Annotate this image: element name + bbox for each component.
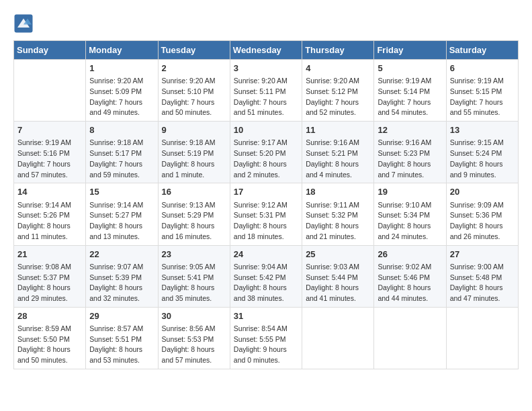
day-number: 24 bbox=[234, 248, 298, 261]
calendar-cell: 6Sunrise: 9:19 AM Sunset: 5:15 PM Daylig… bbox=[446, 60, 518, 122]
day-info: Sunrise: 9:19 AM Sunset: 5:16 PM Dayligh… bbox=[17, 138, 82, 180]
calendar-cell: 1Sunrise: 9:20 AM Sunset: 5:09 PM Daylig… bbox=[86, 60, 158, 122]
calendar-cell: 28Sunrise: 8:59 AM Sunset: 5:50 PM Dayli… bbox=[14, 307, 86, 369]
weekday-row: SundayMondayTuesdayWednesdayThursdayFrid… bbox=[14, 41, 519, 60]
calendar-cell: 24Sunrise: 9:04 AM Sunset: 5:42 PM Dayli… bbox=[230, 245, 302, 307]
day-number: 9 bbox=[162, 124, 226, 136]
calendar-week-row: 21Sunrise: 9:08 AM Sunset: 5:37 PM Dayli… bbox=[14, 245, 519, 307]
page-header bbox=[13, 13, 519, 34]
calendar-cell: 20Sunrise: 9:09 AM Sunset: 5:36 PM Dayli… bbox=[446, 183, 518, 245]
calendar-cell: 21Sunrise: 9:08 AM Sunset: 5:37 PM Dayli… bbox=[14, 245, 86, 307]
weekday-header: Thursday bbox=[302, 41, 374, 60]
calendar-cell bbox=[374, 307, 446, 369]
calendar-week-row: 14Sunrise: 9:14 AM Sunset: 5:26 PM Dayli… bbox=[14, 183, 519, 245]
weekday-header: Wednesday bbox=[230, 41, 302, 60]
day-number: 3 bbox=[234, 62, 298, 75]
day-number: 7 bbox=[17, 124, 82, 136]
day-info: Sunrise: 9:19 AM Sunset: 5:14 PM Dayligh… bbox=[378, 76, 442, 118]
calendar-cell: 13Sunrise: 9:15 AM Sunset: 5:24 PM Dayli… bbox=[446, 122, 518, 183]
day-info: Sunrise: 9:11 AM Sunset: 5:32 PM Dayligh… bbox=[306, 200, 370, 242]
calendar-cell: 30Sunrise: 8:56 AM Sunset: 5:53 PM Dayli… bbox=[158, 307, 230, 369]
day-number: 15 bbox=[89, 186, 154, 198]
calendar-cell: 25Sunrise: 9:03 AM Sunset: 5:44 PM Dayli… bbox=[302, 245, 374, 307]
day-number: 5 bbox=[378, 62, 442, 75]
calendar-week-row: 28Sunrise: 8:59 AM Sunset: 5:50 PM Dayli… bbox=[14, 307, 519, 369]
day-info: Sunrise: 8:57 AM Sunset: 5:51 PM Dayligh… bbox=[89, 324, 154, 366]
day-number: 27 bbox=[450, 248, 515, 261]
day-number: 11 bbox=[306, 124, 370, 136]
calendar-cell: 14Sunrise: 9:14 AM Sunset: 5:26 PM Dayli… bbox=[14, 183, 86, 245]
day-number: 20 bbox=[450, 186, 515, 198]
calendar-cell: 5Sunrise: 9:19 AM Sunset: 5:14 PM Daylig… bbox=[374, 60, 446, 122]
calendar-cell: 26Sunrise: 9:02 AM Sunset: 5:46 PM Dayli… bbox=[374, 245, 446, 307]
calendar-cell: 15Sunrise: 9:14 AM Sunset: 5:27 PM Dayli… bbox=[86, 183, 158, 245]
day-number: 6 bbox=[450, 62, 515, 75]
calendar-cell bbox=[14, 60, 86, 122]
day-info: Sunrise: 9:18 AM Sunset: 5:17 PM Dayligh… bbox=[89, 138, 154, 180]
day-info: Sunrise: 9:15 AM Sunset: 5:24 PM Dayligh… bbox=[450, 138, 515, 180]
day-number: 30 bbox=[162, 310, 226, 322]
day-info: Sunrise: 8:56 AM Sunset: 5:53 PM Dayligh… bbox=[162, 324, 226, 366]
calendar-cell: 2Sunrise: 9:20 AM Sunset: 5:10 PM Daylig… bbox=[158, 60, 230, 122]
weekday-header: Monday bbox=[86, 41, 158, 60]
day-number: 14 bbox=[17, 186, 82, 198]
day-number: 25 bbox=[306, 248, 370, 261]
day-info: Sunrise: 9:07 AM Sunset: 5:39 PM Dayligh… bbox=[89, 262, 154, 304]
day-number: 22 bbox=[89, 248, 154, 261]
weekday-header: Sunday bbox=[14, 41, 86, 60]
day-info: Sunrise: 9:14 AM Sunset: 5:27 PM Dayligh… bbox=[89, 200, 154, 242]
calendar-cell: 27Sunrise: 9:00 AM Sunset: 5:48 PM Dayli… bbox=[446, 245, 518, 307]
calendar-header: SundayMondayTuesdayWednesdayThursdayFrid… bbox=[14, 41, 519, 60]
day-info: Sunrise: 9:16 AM Sunset: 5:21 PM Dayligh… bbox=[306, 138, 370, 180]
day-info: Sunrise: 9:20 AM Sunset: 5:11 PM Dayligh… bbox=[234, 76, 298, 118]
day-info: Sunrise: 9:00 AM Sunset: 5:48 PM Dayligh… bbox=[450, 262, 515, 304]
day-info: Sunrise: 9:17 AM Sunset: 5:20 PM Dayligh… bbox=[234, 138, 298, 180]
day-info: Sunrise: 9:10 AM Sunset: 5:34 PM Dayligh… bbox=[378, 200, 442, 242]
calendar-cell: 17Sunrise: 9:12 AM Sunset: 5:31 PM Dayli… bbox=[230, 183, 302, 245]
calendar-cell: 31Sunrise: 8:54 AM Sunset: 5:55 PM Dayli… bbox=[230, 307, 302, 369]
calendar: SundayMondayTuesdayWednesdayThursdayFrid… bbox=[13, 40, 519, 369]
weekday-header: Saturday bbox=[446, 41, 518, 60]
day-info: Sunrise: 9:18 AM Sunset: 5:19 PM Dayligh… bbox=[162, 138, 226, 180]
day-info: Sunrise: 9:02 AM Sunset: 5:46 PM Dayligh… bbox=[378, 262, 442, 304]
calendar-cell: 22Sunrise: 9:07 AM Sunset: 5:39 PM Dayli… bbox=[86, 245, 158, 307]
calendar-cell: 4Sunrise: 9:20 AM Sunset: 5:12 PM Daylig… bbox=[302, 60, 374, 122]
day-number: 12 bbox=[378, 124, 442, 136]
calendar-cell: 8Sunrise: 9:18 AM Sunset: 5:17 PM Daylig… bbox=[86, 122, 158, 183]
day-number: 17 bbox=[234, 186, 298, 198]
calendar-week-row: 7Sunrise: 9:19 AM Sunset: 5:16 PM Daylig… bbox=[14, 122, 519, 183]
day-info: Sunrise: 9:13 AM Sunset: 5:29 PM Dayligh… bbox=[162, 200, 226, 242]
day-number: 16 bbox=[162, 186, 226, 198]
day-number: 13 bbox=[450, 124, 515, 136]
day-number: 26 bbox=[378, 248, 442, 261]
day-info: Sunrise: 8:54 AM Sunset: 5:55 PM Dayligh… bbox=[234, 324, 298, 366]
calendar-cell: 18Sunrise: 9:11 AM Sunset: 5:32 PM Dayli… bbox=[302, 183, 374, 245]
calendar-cell: 12Sunrise: 9:16 AM Sunset: 5:23 PM Dayli… bbox=[374, 122, 446, 183]
day-number: 29 bbox=[89, 310, 154, 322]
day-number: 18 bbox=[306, 186, 370, 198]
logo-icon bbox=[13, 13, 34, 34]
day-info: Sunrise: 9:20 AM Sunset: 5:09 PM Dayligh… bbox=[89, 76, 154, 118]
day-number: 10 bbox=[234, 124, 298, 136]
day-number: 4 bbox=[306, 62, 370, 75]
day-info: Sunrise: 9:14 AM Sunset: 5:26 PM Dayligh… bbox=[17, 200, 82, 242]
day-number: 23 bbox=[162, 248, 226, 261]
day-info: Sunrise: 9:20 AM Sunset: 5:12 PM Dayligh… bbox=[306, 76, 370, 118]
day-info: Sunrise: 9:09 AM Sunset: 5:36 PM Dayligh… bbox=[450, 200, 515, 242]
calendar-cell bbox=[302, 307, 374, 369]
weekday-header: Friday bbox=[374, 41, 446, 60]
calendar-cell: 19Sunrise: 9:10 AM Sunset: 5:34 PM Dayli… bbox=[374, 183, 446, 245]
day-info: Sunrise: 9:12 AM Sunset: 5:31 PM Dayligh… bbox=[234, 200, 298, 242]
day-number: 1 bbox=[89, 62, 154, 75]
calendar-cell: 7Sunrise: 9:19 AM Sunset: 5:16 PM Daylig… bbox=[14, 122, 86, 183]
calendar-cell: 23Sunrise: 9:05 AM Sunset: 5:41 PM Dayli… bbox=[158, 245, 230, 307]
calendar-cell: 11Sunrise: 9:16 AM Sunset: 5:21 PM Dayli… bbox=[302, 122, 374, 183]
day-info: Sunrise: 9:03 AM Sunset: 5:44 PM Dayligh… bbox=[306, 262, 370, 304]
day-number: 31 bbox=[234, 310, 298, 322]
day-info: Sunrise: 8:59 AM Sunset: 5:50 PM Dayligh… bbox=[17, 324, 82, 366]
day-info: Sunrise: 9:20 AM Sunset: 5:10 PM Dayligh… bbox=[162, 76, 226, 118]
day-number: 28 bbox=[17, 310, 82, 322]
day-number: 21 bbox=[17, 248, 82, 261]
calendar-cell: 10Sunrise: 9:17 AM Sunset: 5:20 PM Dayli… bbox=[230, 122, 302, 183]
calendar-cell bbox=[446, 307, 518, 369]
